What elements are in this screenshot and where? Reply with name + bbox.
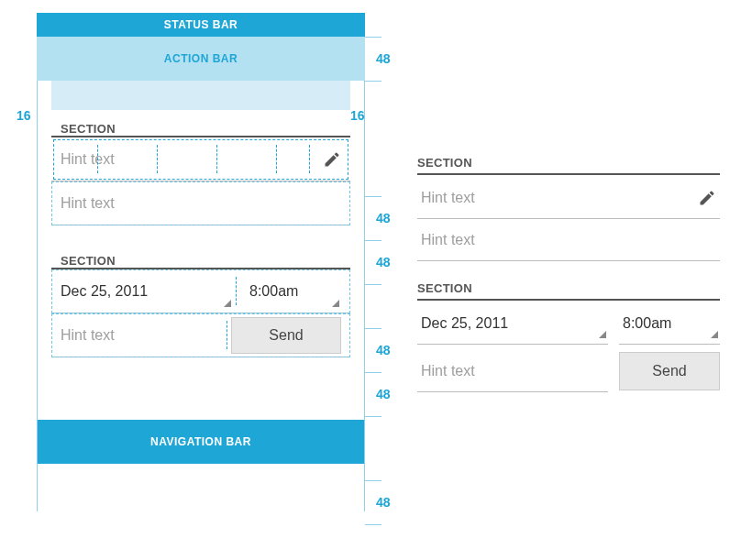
hint-text: Hint text [61,195,341,212]
input-row-3[interactable]: Hint text [61,313,224,357]
pencil-icon[interactable] [323,150,341,169]
section-2-header: SECTION [51,242,350,269]
status-bar: STATUS BAR [37,13,365,37]
action-bar-height: 48 [376,51,391,66]
action-bar: ACTION BAR [37,37,365,81]
row2-height: 48 [376,255,391,269]
preview-date-spinner[interactable]: Dec 25, 2011 [417,302,608,345]
navigation-bar: NAVIGATION BAR [37,420,365,464]
date-time-row: Dec 25, 2011 8:00am [51,269,350,313]
row4-height: 48 [376,387,391,401]
hint-text: Hint text [61,327,216,344]
date-spinner[interactable]: Dec 25, 2011 [61,269,233,313]
pencil-icon[interactable] [698,189,716,207]
date-value: Dec 25, 2011 [61,283,148,300]
preview-panel: SECTION Hint text Hint text SECTION Dec … [417,156,720,392]
margin-left-label: 16 [17,108,31,123]
hint-text: Hint text [421,363,604,379]
preview-send-button[interactable]: Send [619,352,720,390]
preview-input-row-2[interactable]: Hint text [417,219,720,261]
date-value: Dec 25, 2011 [421,315,508,332]
content-area: SECTION Hint text Hint text SECTION [37,81,365,420]
hint-text: Hint text [61,151,323,168]
preview-section-1-header: SECTION [417,156,720,175]
nav-bar-height: 48 [376,495,391,510]
preview-section-2-header: SECTION [417,281,720,301]
time-spinner[interactable]: 8:00am [240,269,341,313]
preview-input-row-1[interactable]: Hint text [417,177,720,219]
time-value: 8:00am [623,315,671,332]
hint-text: Hint text [421,190,698,206]
send-button[interactable]: Send [231,317,341,354]
blueprint-phone: STATUS BAR ACTION BAR SECTION Hint text … [37,13,365,464]
hint-text: Hint text [421,232,716,248]
margin-right-label: 16 [350,108,365,123]
row1-height: 48 [376,211,391,225]
preview-time-spinner[interactable]: 8:00am [619,302,720,345]
preview-input-row-3[interactable]: Hint text [417,350,608,392]
hint-send-row: Hint text Send [51,313,350,357]
time-value: 8:00am [249,283,298,300]
input-row-2[interactable]: Hint text [51,181,350,225]
row3-height: 48 [376,343,391,357]
section-1-header: SECTION [51,110,350,137]
input-row-1[interactable]: Hint text [51,137,350,181]
